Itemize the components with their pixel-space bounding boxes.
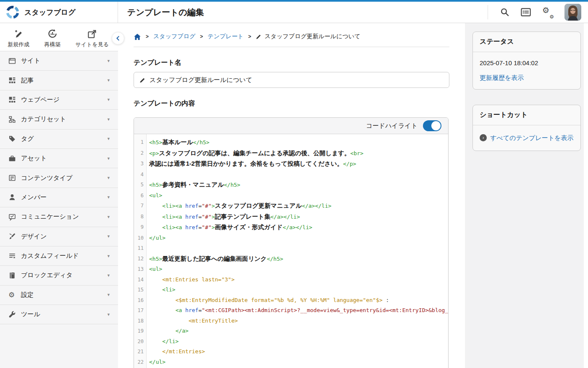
communication-icon — [8, 213, 21, 221]
search-icon[interactable] — [500, 8, 509, 17]
sidebar-item-category-set[interactable]: カテゴリセット▼ — [0, 110, 118, 129]
line-number: 6 — [134, 191, 147, 201]
shortcut-title: ショートカット — [473, 105, 580, 125]
topbar-divider — [488, 5, 488, 19]
code-line-17: 17 <a href="<mt:CGIPath><mt:AdminScript>… — [134, 305, 448, 316]
code-highlight-label: コードハイライト — [366, 122, 417, 130]
pencil-icon — [139, 77, 146, 83]
settings-icon: ⚙ — [8, 291, 21, 299]
line-number: 20 — [134, 336, 147, 347]
code-line-15: 15 <li> — [134, 285, 448, 295]
action-view-site-button[interactable]: サイトを見る — [72, 26, 112, 51]
home-icon[interactable] — [134, 33, 141, 40]
all-templates-link[interactable]: すべてのテンプレートを表示 — [490, 132, 574, 143]
line-number: 7 — [134, 201, 147, 212]
sidebar-item-tools[interactable]: ツール▼ — [0, 305, 118, 324]
chevron-down-icon: ▼ — [107, 215, 110, 219]
sidebar-item-entry[interactable]: 記事▼ — [0, 71, 118, 90]
code-line-22: 22</ul> — [134, 357, 448, 368]
sidebar-item-custom-fields[interactable]: カスタムフィールド▼ — [0, 246, 118, 266]
code-line-18: 18 <mt:EntryTitle> — [134, 316, 448, 326]
history-link[interactable]: 更新履歴を表示 — [480, 74, 524, 81]
sidebar-collapse-button[interactable] — [112, 32, 124, 45]
shortcut-card: ショートカット › すべてのテンプレートを表示 — [472, 105, 581, 151]
chevron-left-icon — [115, 35, 121, 41]
code-line-6: 6<ul> — [134, 191, 448, 201]
code-line-7: 7 <li><a href="#">スタッフブログ更新マニュアル</a></li… — [134, 201, 448, 212]
chevron-down-icon: ▼ — [107, 195, 110, 199]
line-number: 17 — [134, 305, 147, 316]
sidebar-item-settings[interactable]: ⚙設定▼ — [0, 286, 118, 305]
custom-fields-icon — [8, 252, 21, 260]
editor-toolbar: コードハイライト — [134, 118, 448, 134]
external-link-icon — [87, 29, 97, 39]
breadcrumb-separator: > — [248, 34, 251, 40]
sidebar-item-communication[interactable]: コミュニケーション▼ — [0, 207, 118, 227]
code-line-9: 9 <li><a href="#">画像サイズ・形式ガイド</a></li> — [134, 222, 448, 233]
arrow-circle-icon: › — [480, 134, 487, 141]
line-number: 3 — [134, 159, 147, 169]
line-number: 9 — [134, 222, 147, 233]
scrollbar-track[interactable] — [584, 0, 588, 368]
line-number: 18 — [134, 316, 147, 326]
status-card: ステータス 2025-07-10 18:04:02 更新履歴を表示 — [472, 32, 581, 90]
code-highlight-toggle[interactable] — [423, 120, 441, 131]
settings-gears-icon[interactable]: ⚙⚙ — [542, 7, 553, 17]
code-line-20: 20 </li> — [134, 336, 448, 347]
sidebar-item-content-type[interactable]: コンテンツタイプ▼ — [0, 168, 118, 188]
code-line-1: 1<h5>基本ルール</h5> — [134, 137, 448, 148]
breadcrumb-link-1[interactable]: テンプレート — [207, 33, 244, 40]
sidebar-menu: サイト▼記事▼ウェブページ▼カテゴリセット▼タグ▼アセット▼コンテンツタイプ▼メ… — [0, 51, 118, 324]
chevron-down-icon: ▼ — [107, 98, 110, 102]
line-number: 1 — [134, 137, 147, 148]
line-number: 22 — [134, 357, 147, 368]
breadcrumb-current: スタッフブログ更新ルールについて — [256, 33, 360, 40]
code-line-16: 16 <$mt:EntryModifiedDate format="%b %d,… — [134, 295, 448, 306]
chevron-down-icon: ▼ — [107, 293, 110, 297]
sidebar-item-tag[interactable]: タグ▼ — [0, 130, 118, 149]
tools-icon — [8, 311, 21, 318]
code-line-14: 14 <mt:Entries lastn="3"> — [134, 275, 448, 285]
site-icon — [8, 57, 21, 65]
code-line-21: 21 </mt:Entries> — [134, 347, 448, 357]
chevron-down-icon: ▼ — [107, 234, 110, 238]
template-name-label: テンプレート名 — [134, 58, 449, 67]
right-panel: ステータス 2025-07-10 18:04:02 更新履歴を表示 ショートカッ… — [465, 23, 588, 368]
list-window-icon[interactable] — [521, 8, 531, 17]
action-create-button[interactable]: 新規作成 — [4, 26, 33, 51]
sidebar-item-block-editor[interactable]: ブロックエディタ▼ — [0, 266, 118, 285]
breadcrumb: >スタッフブログ>テンプレート>スタッフブログ更新ルールについて — [118, 23, 465, 47]
status-title: ステータス — [473, 32, 580, 52]
sidebar-item-asset[interactable]: アセット▼ — [0, 149, 118, 168]
line-number: 8 — [134, 212, 147, 222]
content-type-icon — [8, 174, 21, 182]
main-content: >スタッフブログ>テンプレート>スタッフブログ更新ルールについて テンプレート名… — [118, 23, 465, 368]
sidebar-item-member[interactable]: メンバー▼ — [0, 188, 118, 207]
page-title: テンプレートの編集 — [118, 7, 488, 18]
line-number: 11 — [134, 243, 147, 254]
avatar[interactable] — [564, 4, 581, 21]
line-number: 19 — [134, 326, 147, 336]
breadcrumb-link-0[interactable]: スタッフブログ — [153, 33, 195, 40]
sidebar-item-design[interactable]: デザイン▼ — [0, 227, 118, 246]
top-accent-strip — [0, 0, 588, 2]
sidebar-item-site[interactable]: サイト▼ — [0, 51, 118, 71]
chevron-down-icon: ▼ — [107, 176, 110, 180]
line-number: 10 — [134, 233, 147, 244]
code-line-2: 2<p>スタッフブログの記事は、編集チームによる承認の後、公開します。<br> — [134, 148, 448, 159]
code-area[interactable]: 1<h5>基本ルール</h5>2<p>スタッフブログの記事は、編集チームによる承… — [134, 134, 448, 368]
template-content-label: テンプレートの内容 — [134, 99, 449, 108]
logo-icon — [5, 5, 20, 19]
code-line-12: 12<h5>最近更新した記事への編集画面リンク</h5> — [134, 254, 448, 265]
breadcrumb-separator: > — [146, 34, 149, 40]
code-line-11: 11 — [134, 243, 448, 254]
category-set-icon — [8, 116, 21, 123]
sidebar-actions: 新規作成再構築サイトを見る — [0, 23, 118, 51]
action-rebuild-button[interactable]: 再構築 — [41, 26, 64, 51]
brand[interactable]: スタッフブログ — [0, 2, 118, 23]
sidebar-item-webpage[interactable]: ウェブページ▼ — [0, 90, 118, 110]
chevron-down-icon: ▼ — [107, 117, 110, 122]
line-number: 15 — [134, 285, 147, 295]
status-updated-time: 2025-07-10 18:04:02 — [480, 59, 574, 66]
template-name-input[interactable]: スタッフブログ更新ルールについて — [134, 72, 449, 88]
